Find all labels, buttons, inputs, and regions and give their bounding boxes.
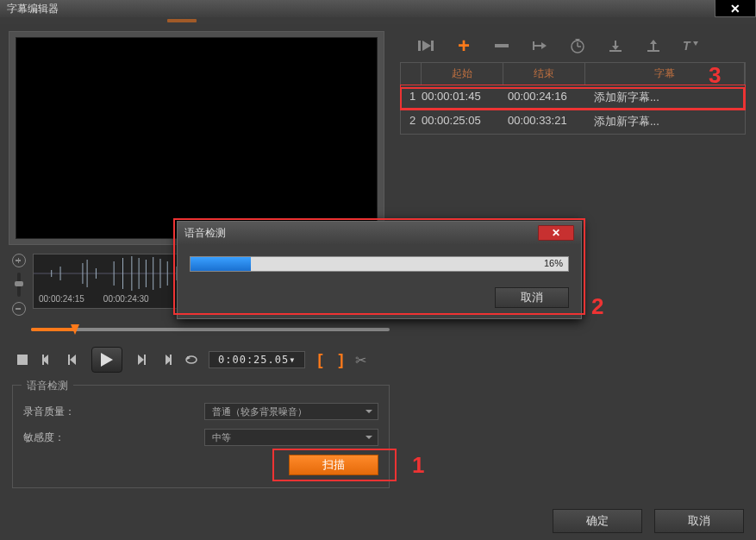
svg-marker-43	[650, 40, 657, 44]
row-text: 添加新字幕...	[594, 114, 745, 129]
svg-text:T: T	[683, 39, 691, 53]
play-button[interactable]	[91, 347, 122, 373]
svg-rect-35	[431, 41, 434, 51]
row-end: 00:00:33:21	[508, 114, 594, 129]
dialog-close-button[interactable]: ✕	[538, 225, 574, 241]
add-subtitle-icon[interactable]: +	[453, 36, 474, 55]
row-start: 00:00:25:05	[422, 114, 508, 129]
sensitivity-select[interactable]: 中等	[204, 429, 378, 446]
mark-in-button[interactable]: [	[317, 351, 322, 369]
subtitle-toolbar: + T	[400, 31, 746, 62]
svg-rect-33	[418, 41, 421, 51]
quality-label: 录音质量：	[23, 405, 204, 419]
quality-select[interactable]: 普通（较多背景噪音）	[204, 403, 378, 420]
window-close-button[interactable]: ✕	[715, 0, 756, 17]
preview-frame	[9, 31, 384, 245]
scan-button[interactable]: 扫描	[289, 455, 378, 475]
table-row[interactable]: 100:00:01:4500:00:24:16添加新字幕...	[401, 85, 745, 110]
dialog-titlebar[interactable]: 语音检测 ✕	[178, 222, 581, 244]
time-shift-icon[interactable]	[567, 36, 588, 55]
timecode-display[interactable]: 0:00:25.05▾	[209, 351, 305, 368]
svg-marker-45	[693, 41, 698, 46]
progress-dialog: 语音检测 ✕ 16% 取消	[177, 221, 582, 319]
footer-buttons: 确定 取消	[553, 509, 744, 533]
dialog-cancel-button[interactable]: 取消	[495, 287, 569, 308]
svg-rect-26	[68, 355, 70, 365]
remove-subtitle-icon[interactable]	[491, 36, 512, 55]
text-style-icon[interactable]: T	[681, 36, 702, 55]
hdr-start[interactable]: 起始	[422, 63, 503, 85]
subtitle-table: 起始 结束 字幕 100:00:01:4500:00:24:16添加新字幕...…	[400, 62, 746, 135]
zoom-out-icon[interactable]	[12, 302, 26, 316]
import-icon[interactable]	[605, 36, 626, 55]
play-seg-icon[interactable]	[415, 36, 436, 55]
cancel-button[interactable]: 取消	[654, 509, 744, 533]
zoom-column	[9, 254, 29, 316]
annotation-num-3: 3	[709, 62, 721, 89]
loop-button[interactable]	[183, 351, 200, 368]
title-bar: 字幕编辑器 ✕	[0, 0, 756, 17]
progress-percent: 16%	[544, 258, 563, 268]
annotation-num-1: 1	[412, 452, 424, 479]
row-idx: 1	[409, 90, 422, 105]
row-text: 添加新字幕...	[594, 90, 745, 105]
group-legend: 语音检测	[22, 379, 73, 393]
merge-icon[interactable]	[529, 36, 550, 55]
mark-out-button[interactable]: ]	[338, 351, 343, 369]
sensitivity-label: 敏感度：	[23, 430, 204, 445]
row-start: 00:00:01:45	[422, 90, 508, 105]
prev-button[interactable]	[40, 351, 57, 368]
progress-bar: 16%	[190, 256, 569, 272]
playback-controls: 0:00:25.05▾ [ ] ✂	[14, 347, 391, 373]
hdr-idx	[401, 63, 422, 85]
row-idx: 2	[409, 114, 422, 129]
next-button[interactable]	[157, 351, 174, 368]
timeline[interactable]	[31, 324, 390, 335]
time-mark: 00:00:24:30	[103, 294, 149, 304]
video-preview[interactable]	[16, 37, 378, 239]
svg-rect-24	[42, 355, 44, 365]
svg-marker-37	[541, 42, 547, 49]
step-fwd-button[interactable]	[131, 351, 148, 368]
cut-button[interactable]: ✂	[355, 352, 366, 368]
voice-detect-group: 语音检测 录音质量： 普通（较多背景噪音） 敏感度： 中等 扫描	[12, 385, 390, 488]
table-row[interactable]: 200:00:25:0500:00:33:21添加新字幕...	[401, 110, 745, 134]
zoom-slider[interactable]	[17, 273, 21, 297]
svg-rect-36	[495, 44, 509, 47]
hdr-end[interactable]: 结束	[503, 63, 585, 85]
zoom-in-icon[interactable]	[12, 254, 26, 267]
step-back-button[interactable]	[66, 351, 83, 368]
svg-marker-42	[612, 46, 619, 50]
ok-button[interactable]: 确定	[553, 509, 642, 533]
stop-button[interactable]	[14, 351, 31, 368]
svg-rect-22	[17, 355, 28, 365]
svg-rect-29	[144, 355, 146, 365]
row-end: 00:00:24:16	[508, 90, 594, 105]
svg-marker-34	[422, 41, 431, 51]
dialog-title: 语音检测	[184, 226, 226, 241]
subtitle-header: 起始 结束 字幕	[401, 63, 745, 85]
export-icon[interactable]	[643, 36, 664, 55]
window-title: 字幕编辑器	[7, 2, 59, 16]
annotation-num-2: 2	[591, 293, 603, 320]
svg-marker-25	[70, 355, 76, 365]
svg-marker-28	[138, 355, 144, 365]
top-strip	[0, 17, 756, 24]
svg-rect-31	[170, 355, 172, 365]
time-mark: 00:00:24:15	[39, 294, 84, 304]
svg-marker-27	[101, 353, 113, 367]
